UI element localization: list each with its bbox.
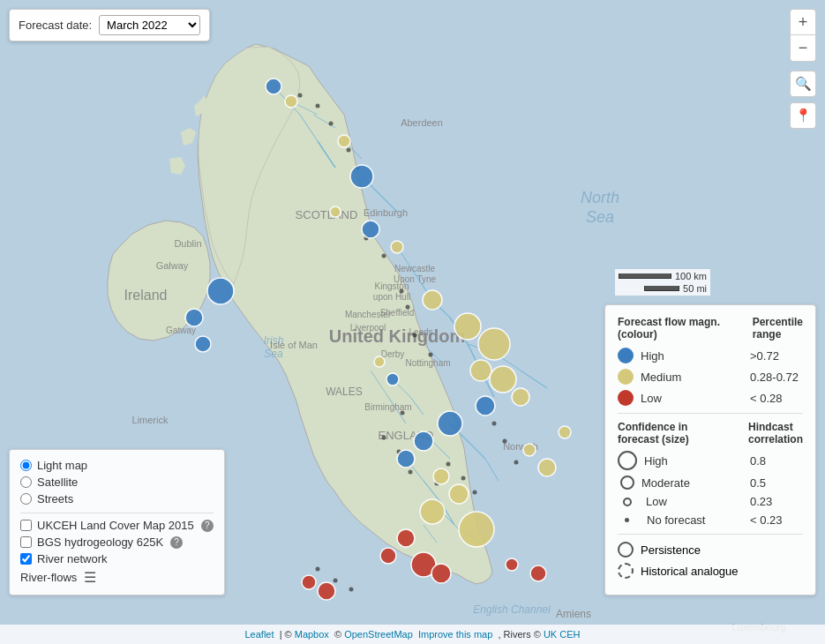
svg-point-100 bbox=[285, 95, 297, 108]
search-button[interactable]: 🔍 bbox=[790, 71, 816, 97]
svg-point-123 bbox=[318, 582, 335, 600]
svg-text:Aberdeen: Aberdeen bbox=[401, 117, 443, 128]
layer-river-network[interactable]: River network bbox=[20, 552, 214, 565]
svg-point-111 bbox=[449, 484, 469, 504]
historical-analogue-row: Historical analogue bbox=[618, 563, 803, 579]
medium-color-circle bbox=[618, 369, 634, 385]
percentile-label: Percentilerange bbox=[753, 316, 803, 341]
river-flows-menu-icon[interactable]: ☰ bbox=[84, 569, 96, 586]
svg-text:Birmingham: Birmingham bbox=[364, 402, 411, 412]
layer-streets[interactable]: Streets bbox=[20, 492, 214, 505]
svg-point-66 bbox=[329, 122, 334, 126]
svg-point-76 bbox=[382, 436, 386, 440]
svg-point-85 bbox=[514, 461, 519, 465]
svg-point-72 bbox=[406, 305, 410, 310]
confidence-low-circle bbox=[623, 498, 632, 506]
svg-point-73 bbox=[413, 333, 417, 338]
svg-text:Limerick: Limerick bbox=[132, 415, 169, 425]
legend-medium-row: Medium 0.28-0.72 bbox=[618, 369, 803, 385]
svg-text:Manchester: Manchester bbox=[345, 310, 392, 319]
zoom-in-button[interactable]: + bbox=[790, 9, 816, 35]
svg-point-87 bbox=[334, 579, 338, 583]
svg-point-103 bbox=[391, 241, 403, 253]
low-color-circle bbox=[618, 390, 634, 406]
river-flows-row: River-flows ☰ bbox=[20, 569, 214, 586]
svg-text:Galway: Galway bbox=[156, 260, 189, 271]
svg-point-89 bbox=[266, 79, 281, 94]
forecast-date-select[interactable]: March 2022 January 2022 February 2022 Ap… bbox=[99, 15, 200, 35]
svg-text:Leeds: Leeds bbox=[409, 327, 432, 337]
persistence-circle bbox=[618, 542, 634, 558]
layer-bgs[interactable]: BGS hydrogeology 625K ? bbox=[20, 535, 214, 549]
svg-text:Upon Tyne: Upon Tyne bbox=[394, 274, 437, 284]
svg-point-120 bbox=[431, 564, 451, 583]
svg-point-84 bbox=[503, 439, 507, 444]
svg-point-118 bbox=[397, 529, 415, 547]
zoom-out-button[interactable]: − bbox=[790, 35, 816, 62]
river-network-label: River network bbox=[37, 552, 107, 565]
svg-text:Sea: Sea bbox=[586, 208, 614, 226]
svg-point-86 bbox=[316, 567, 320, 572]
svg-point-121 bbox=[380, 548, 396, 564]
svg-point-80 bbox=[446, 462, 451, 467]
layer-ukceh[interactable]: UKCEH Land Cover Map 2015 ? bbox=[20, 519, 214, 532]
svg-point-71 bbox=[400, 289, 404, 294]
svg-text:Edinburgh: Edinburgh bbox=[364, 207, 408, 218]
svg-point-74 bbox=[429, 353, 433, 357]
svg-text:Gatway: Gatway bbox=[166, 326, 196, 335]
legend-high-row: High >0.72 bbox=[618, 348, 803, 363]
confidence-low-row: Low 0.23 bbox=[618, 495, 803, 508]
legend-panel: Forecast flow magn.(colour) Percentilera… bbox=[604, 304, 816, 595]
svg-point-101 bbox=[338, 135, 350, 147]
svg-point-78 bbox=[409, 470, 413, 475]
svg-point-83 bbox=[492, 422, 497, 426]
scale-mi-label: 50 mi bbox=[683, 283, 707, 294]
forecast-flow-label: Forecast flow magn.(colour) bbox=[618, 316, 720, 341]
scale-km-label: 100 km bbox=[675, 271, 707, 281]
svg-text:WALES: WALES bbox=[326, 386, 363, 398]
uk-ceh-link[interactable]: UK CEH bbox=[544, 629, 581, 640]
improve-link[interactable]: Improve this map bbox=[418, 629, 492, 640]
osm-link[interactable]: OpenStreetMap bbox=[344, 629, 413, 640]
svg-text:SCOTLAND: SCOTLAND bbox=[296, 208, 358, 221]
ukceh-help-icon[interactable]: ? bbox=[201, 520, 214, 532]
bgs-help-icon[interactable]: ? bbox=[170, 536, 183, 549]
confidence-high-row: High 0.8 bbox=[618, 451, 803, 470]
svg-point-65 bbox=[316, 104, 320, 109]
locate-button[interactable]: 📍 bbox=[790, 102, 816, 129]
svg-point-97 bbox=[397, 450, 415, 468]
svg-text:North: North bbox=[581, 189, 619, 206]
svg-point-114 bbox=[538, 459, 556, 476]
layer-light-map[interactable]: Light map bbox=[20, 459, 214, 472]
svg-point-125 bbox=[530, 565, 546, 581]
svg-text:Dublin: Dublin bbox=[174, 238, 201, 249]
forecast-date-control: Forecast date: March 2022 January 2022 F… bbox=[9, 9, 210, 41]
svg-text:Isle of Man: Isle of Man bbox=[270, 340, 318, 350]
confidence-high-circle bbox=[618, 451, 637, 470]
svg-point-116 bbox=[374, 356, 385, 367]
svg-point-94 bbox=[195, 336, 211, 352]
persistence-label: Persistence bbox=[641, 543, 701, 557]
svg-text:Nottingham: Nottingham bbox=[405, 358, 450, 368]
attribution-bar: Leaflet | © Mapbox © OpenStreetMap Impro… bbox=[0, 625, 825, 644]
map-tools: 🔍 📍 bbox=[790, 71, 816, 129]
svg-point-108 bbox=[490, 366, 516, 393]
svg-point-99 bbox=[476, 396, 495, 416]
scale-bar: 100 km 50 mi bbox=[615, 269, 710, 296]
svg-point-98 bbox=[386, 373, 399, 386]
svg-text:Derby: Derby bbox=[381, 349, 405, 359]
svg-point-117 bbox=[559, 426, 571, 438]
svg-point-82 bbox=[473, 490, 477, 495]
svg-point-105 bbox=[454, 313, 481, 340]
svg-text:upon Hull: upon Hull bbox=[373, 292, 410, 302]
layer-satellite[interactable]: Satellite bbox=[20, 476, 214, 489]
svg-point-113 bbox=[459, 512, 494, 547]
svg-point-91 bbox=[362, 221, 379, 238]
leaflet-link[interactable]: Leaflet bbox=[245, 629, 274, 640]
mapbox-link[interactable]: Mapbox bbox=[295, 629, 329, 640]
svg-point-110 bbox=[433, 468, 449, 484]
svg-text:Newcastle: Newcastle bbox=[394, 264, 436, 273]
persistence-row: Persistence bbox=[618, 542, 803, 558]
svg-text:Ireland: Ireland bbox=[124, 288, 168, 303]
svg-point-75 bbox=[401, 411, 405, 416]
